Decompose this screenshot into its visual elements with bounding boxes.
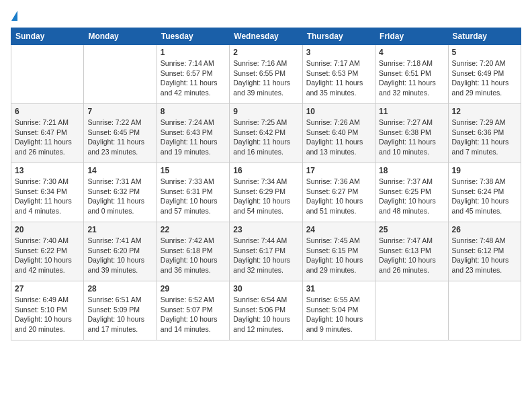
weekday-header-thursday: Thursday	[302, 28, 375, 45]
week-row-5: 27Sunrise: 6:49 AM Sunset: 5:10 PM Dayli…	[11, 281, 521, 340]
calendar-cell: 7Sunrise: 7:22 AM Sunset: 6:45 PM Daylig…	[84, 104, 157, 163]
day-info: Sunrise: 6:54 AM Sunset: 5:06 PM Dayligh…	[233, 295, 298, 334]
calendar-cell: 28Sunrise: 6:51 AM Sunset: 5:09 PM Dayli…	[84, 281, 157, 340]
weekday-header-wednesday: Wednesday	[230, 28, 302, 45]
page-header	[11, 11, 521, 21]
calendar-cell: 14Sunrise: 7:31 AM Sunset: 6:32 PM Dayli…	[84, 163, 157, 222]
week-row-3: 13Sunrise: 7:30 AM Sunset: 6:34 PM Dayli…	[11, 163, 521, 222]
day-number: 4	[379, 48, 444, 57]
day-number: 1	[161, 48, 226, 57]
day-number: 20	[15, 225, 80, 234]
calendar-cell: 10Sunrise: 7:26 AM Sunset: 6:40 PM Dayli…	[302, 104, 375, 163]
day-info: Sunrise: 7:44 AM Sunset: 6:17 PM Dayligh…	[233, 236, 298, 275]
day-info: Sunrise: 6:49 AM Sunset: 5:10 PM Dayligh…	[15, 295, 80, 334]
day-info: Sunrise: 7:22 AM Sunset: 6:45 PM Dayligh…	[87, 118, 152, 157]
day-info: Sunrise: 7:33 AM Sunset: 6:31 PM Dayligh…	[161, 177, 226, 216]
day-number: 30	[233, 284, 298, 293]
day-info: Sunrise: 7:16 AM Sunset: 6:55 PM Dayligh…	[233, 58, 298, 98]
weekday-header-friday: Friday	[375, 28, 448, 45]
day-info: Sunrise: 7:47 AM Sunset: 6:13 PM Dayligh…	[379, 236, 444, 275]
day-number: 11	[379, 107, 444, 116]
weekday-header-tuesday: Tuesday	[157, 28, 229, 45]
day-info: Sunrise: 7:45 AM Sunset: 6:15 PM Dayligh…	[306, 236, 371, 275]
week-row-1: 1Sunrise: 7:14 AM Sunset: 6:57 PM Daylig…	[11, 45, 521, 104]
weekday-header-monday: Monday	[84, 28, 157, 45]
calendar-cell: 4Sunrise: 7:18 AM Sunset: 6:51 PM Daylig…	[375, 45, 448, 104]
calendar-cell: 16Sunrise: 7:34 AM Sunset: 6:29 PM Dayli…	[230, 163, 302, 222]
calendar-cell: 30Sunrise: 6:54 AM Sunset: 5:06 PM Dayli…	[230, 281, 302, 340]
day-number: 28	[87, 284, 152, 293]
calendar-cell: 29Sunrise: 6:52 AM Sunset: 5:07 PM Dayli…	[157, 281, 229, 340]
day-info: Sunrise: 7:37 AM Sunset: 6:25 PM Dayligh…	[379, 177, 444, 216]
calendar-cell: 9Sunrise: 7:25 AM Sunset: 6:42 PM Daylig…	[230, 104, 302, 163]
day-info: Sunrise: 7:20 AM Sunset: 6:49 PM Dayligh…	[452, 58, 517, 98]
day-number: 16	[233, 166, 298, 175]
day-number: 18	[379, 166, 444, 175]
day-number: 24	[306, 225, 371, 234]
calendar-cell: 27Sunrise: 6:49 AM Sunset: 5:10 PM Dayli…	[11, 281, 84, 340]
day-info: Sunrise: 7:36 AM Sunset: 6:27 PM Dayligh…	[306, 177, 371, 216]
day-info: Sunrise: 7:21 AM Sunset: 6:47 PM Dayligh…	[15, 118, 80, 157]
calendar-cell: 6Sunrise: 7:21 AM Sunset: 6:47 PM Daylig…	[11, 104, 84, 163]
day-info: Sunrise: 7:25 AM Sunset: 6:42 PM Dayligh…	[233, 118, 298, 157]
day-number: 25	[379, 225, 444, 234]
day-number: 22	[161, 225, 226, 234]
day-info: Sunrise: 7:48 AM Sunset: 6:12 PM Dayligh…	[452, 236, 517, 275]
calendar-cell	[448, 281, 521, 340]
day-info: Sunrise: 7:40 AM Sunset: 6:22 PM Dayligh…	[15, 236, 80, 275]
day-info: Sunrise: 7:14 AM Sunset: 6:57 PM Dayligh…	[161, 58, 226, 98]
calendar-cell: 19Sunrise: 7:38 AM Sunset: 6:24 PM Dayli…	[448, 163, 521, 222]
calendar-cell: 22Sunrise: 7:42 AM Sunset: 6:18 PM Dayli…	[157, 222, 229, 281]
day-info: Sunrise: 7:18 AM Sunset: 6:51 PM Dayligh…	[379, 58, 444, 98]
day-info: Sunrise: 7:17 AM Sunset: 6:53 PM Dayligh…	[306, 58, 371, 98]
day-number: 15	[161, 166, 226, 175]
day-number: 17	[306, 166, 371, 175]
calendar-cell	[84, 45, 157, 104]
day-number: 2	[233, 48, 298, 57]
weekday-header-saturday: Saturday	[448, 28, 521, 45]
day-number: 10	[306, 107, 371, 116]
day-info: Sunrise: 7:31 AM Sunset: 6:32 PM Dayligh…	[87, 177, 152, 216]
day-info: Sunrise: 7:42 AM Sunset: 6:18 PM Dayligh…	[161, 236, 226, 275]
calendar-cell	[375, 281, 448, 340]
calendar-cell: 17Sunrise: 7:36 AM Sunset: 6:27 PM Dayli…	[302, 163, 375, 222]
calendar-cell: 20Sunrise: 7:40 AM Sunset: 6:22 PM Dayli…	[11, 222, 84, 281]
day-number: 27	[15, 284, 80, 293]
day-info: Sunrise: 6:55 AM Sunset: 5:04 PM Dayligh…	[306, 295, 371, 334]
day-number: 23	[233, 225, 298, 234]
calendar-cell: 5Sunrise: 7:20 AM Sunset: 6:49 PM Daylig…	[448, 45, 521, 104]
calendar-cell: 2Sunrise: 7:16 AM Sunset: 6:55 PM Daylig…	[230, 45, 302, 104]
day-number: 6	[15, 107, 80, 116]
calendar-cell: 1Sunrise: 7:14 AM Sunset: 6:57 PM Daylig…	[157, 45, 229, 104]
day-number: 12	[452, 107, 517, 116]
day-info: Sunrise: 7:41 AM Sunset: 6:20 PM Dayligh…	[87, 236, 152, 275]
calendar-cell: 25Sunrise: 7:47 AM Sunset: 6:13 PM Dayli…	[375, 222, 448, 281]
day-number: 9	[233, 107, 298, 116]
calendar-cell: 13Sunrise: 7:30 AM Sunset: 6:34 PM Dayli…	[11, 163, 84, 222]
logo-triangle-icon	[11, 11, 17, 21]
day-info: Sunrise: 7:26 AM Sunset: 6:40 PM Dayligh…	[306, 118, 371, 157]
day-info: Sunrise: 7:30 AM Sunset: 6:34 PM Dayligh…	[15, 177, 80, 216]
week-row-2: 6Sunrise: 7:21 AM Sunset: 6:47 PM Daylig…	[11, 104, 521, 163]
calendar-cell: 23Sunrise: 7:44 AM Sunset: 6:17 PM Dayli…	[230, 222, 302, 281]
week-row-4: 20Sunrise: 7:40 AM Sunset: 6:22 PM Dayli…	[11, 222, 521, 281]
calendar-cell: 21Sunrise: 7:41 AM Sunset: 6:20 PM Dayli…	[84, 222, 157, 281]
calendar-cell: 12Sunrise: 7:29 AM Sunset: 6:36 PM Dayli…	[448, 104, 521, 163]
calendar-cell: 11Sunrise: 7:27 AM Sunset: 6:38 PM Dayli…	[375, 104, 448, 163]
calendar-cell: 8Sunrise: 7:24 AM Sunset: 6:43 PM Daylig…	[157, 104, 229, 163]
day-number: 5	[452, 48, 517, 57]
day-info: Sunrise: 7:29 AM Sunset: 6:36 PM Dayligh…	[452, 118, 517, 157]
calendar-table: SundayMondayTuesdayWednesdayThursdayFrid…	[11, 28, 521, 340]
weekday-header-row: SundayMondayTuesdayWednesdayThursdayFrid…	[11, 28, 521, 45]
calendar-cell: 18Sunrise: 7:37 AM Sunset: 6:25 PM Dayli…	[375, 163, 448, 222]
calendar-cell: 26Sunrise: 7:48 AM Sunset: 6:12 PM Dayli…	[448, 222, 521, 281]
day-number: 13	[15, 166, 80, 175]
day-info: Sunrise: 7:38 AM Sunset: 6:24 PM Dayligh…	[452, 177, 517, 216]
day-info: Sunrise: 7:27 AM Sunset: 6:38 PM Dayligh…	[379, 118, 444, 157]
calendar-cell	[11, 45, 84, 104]
weekday-header-sunday: Sunday	[11, 28, 84, 45]
calendar-cell: 3Sunrise: 7:17 AM Sunset: 6:53 PM Daylig…	[302, 45, 375, 104]
day-info: Sunrise: 7:34 AM Sunset: 6:29 PM Dayligh…	[233, 177, 298, 216]
logo	[11, 11, 17, 21]
day-number: 3	[306, 48, 371, 57]
